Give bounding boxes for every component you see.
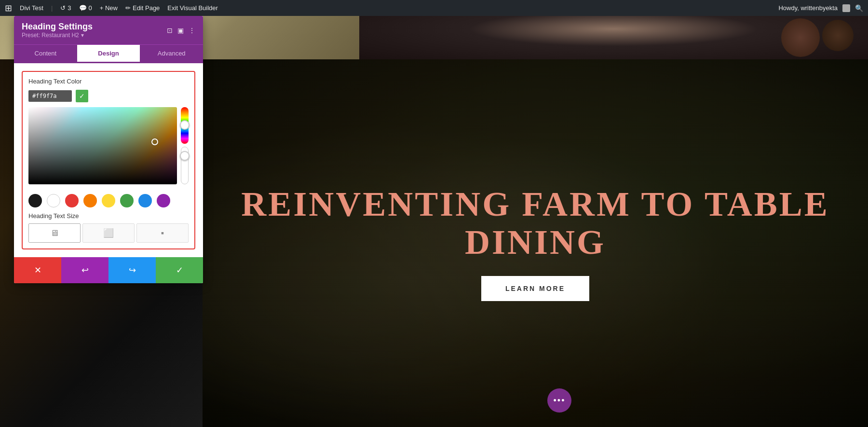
tab-advanced[interactable]: Advanced	[140, 45, 203, 63]
search-icon[interactable]: 🔍	[855, 4, 863, 12]
desktop-size-button[interactable]: 🖥	[28, 223, 81, 243]
edit-page-link[interactable]: ✏ Edit Page	[125, 4, 160, 12]
size-device-controls: 🖥 ⬜ ▪	[28, 223, 189, 243]
undo-button[interactable]: ↩	[61, 257, 108, 283]
comments-count: 0	[89, 4, 92, 12]
swatch-purple[interactable]	[157, 194, 170, 207]
preset-arrow-icon: ▾	[81, 32, 84, 39]
comments-link[interactable]: 💬 0	[79, 4, 92, 12]
site-name-link[interactable]: Divi Test	[20, 4, 43, 12]
learn-more-button[interactable]: LEARN MORE	[481, 276, 589, 301]
heading-settings-panel: Heading Settings Preset: Restaurant H2 ▾…	[14, 16, 203, 283]
color-section-title: Heading Text Color	[28, 78, 189, 85]
panel-header: Heading Settings Preset: Restaurant H2 ▾…	[14, 16, 203, 44]
swatch-green[interactable]	[120, 194, 134, 207]
hex-color-input[interactable]	[28, 90, 72, 102]
swatch-yellow[interactable]	[102, 194, 115, 207]
revisions-count: 3	[68, 4, 71, 12]
color-picker-section: Heading Text Color ✓	[22, 71, 195, 249]
save-button[interactable]: ✓	[156, 257, 203, 283]
text-size-section: Heading Text Size 🖥 ⬜ ▪	[28, 212, 189, 243]
color-swatches	[28, 194, 189, 207]
desktop-icon: 🖥	[50, 228, 59, 238]
mobile-icon: ▪	[161, 228, 164, 238]
exit-builder-link[interactable]: Exit Visual Builder	[167, 4, 218, 12]
panel-title: Heading Settings	[22, 22, 93, 32]
cancel-button[interactable]: ✕	[14, 257, 61, 283]
alpha-slider[interactable]	[181, 147, 189, 184]
tablet-icon: ⬜	[103, 228, 114, 238]
edit-page-label: Edit Page	[133, 4, 160, 12]
cancel-icon: ✕	[34, 265, 41, 275]
panel-body: Heading Text Color ✓	[14, 63, 203, 257]
redo-button[interactable]: ↪	[108, 257, 156, 283]
alpha-slider-thumb[interactable]	[180, 151, 190, 161]
save-icon: ✓	[176, 265, 183, 275]
panel-preset[interactable]: Preset: Restaurant H2 ▾	[22, 32, 93, 39]
redo-icon: ↪	[129, 265, 136, 275]
wp-logo-icon[interactable]: ⊞	[5, 3, 12, 14]
floating-dots-button[interactable]: •••	[547, 388, 571, 413]
tab-design[interactable]: Design	[77, 45, 140, 63]
layout-icon[interactable]: ▣	[177, 27, 184, 34]
swatch-red[interactable]	[65, 194, 79, 207]
swatch-blue[interactable]	[138, 194, 152, 207]
revisions-link[interactable]: ↺ 3	[60, 4, 71, 12]
swatch-orange[interactable]	[83, 194, 97, 207]
howdy-text: Howdy, writtenbyekta	[778, 4, 838, 12]
tab-content[interactable]: Content	[14, 45, 77, 63]
panel-header-icons: ⊡ ▣ ⋮	[167, 27, 195, 34]
action-bar: ✕ ↩ ↪ ✓	[14, 257, 203, 283]
hue-slider-thumb[interactable]	[180, 120, 190, 130]
hex-confirm-button[interactable]: ✓	[76, 90, 88, 102]
top-image-right	[359, 16, 868, 59]
swatch-white[interactable]	[47, 194, 60, 207]
mobile-size-button[interactable]: ▪	[136, 223, 189, 243]
tablet-size-button[interactable]: ⬜	[82, 223, 135, 243]
revisions-icon: ↺	[60, 4, 66, 12]
minimize-icon[interactable]: ⊡	[167, 27, 173, 34]
color-picker-thumb[interactable]	[151, 138, 158, 145]
panel-tabs: Content Design Advanced	[14, 44, 203, 63]
new-link[interactable]: + New	[100, 4, 118, 12]
hero-button-wrap: LEARN MORE	[481, 276, 589, 301]
hero-heading: REINVENTING FARM TO TABLE DINING	[203, 185, 868, 262]
edit-icon: ✏	[125, 4, 131, 12]
hex-input-row: ✓	[28, 90, 189, 102]
user-avatar	[842, 4, 850, 12]
admin-bar-right: Howdy, writtenbyekta 🔍	[778, 4, 863, 12]
more-options-icon[interactable]: ⋮	[189, 27, 195, 34]
hero-section: REINVENTING FARM TO TABLE DINING LEARN M…	[203, 59, 868, 427]
separator: |	[51, 4, 53, 12]
main-content: REINVENTING FARM TO TABLE DINING LEARN M…	[0, 16, 868, 427]
comments-icon: 💬	[79, 4, 87, 12]
hue-slider[interactable]	[181, 107, 189, 144]
undo-icon: ↩	[81, 265, 89, 275]
panel-title-wrap: Heading Settings Preset: Restaurant H2 ▾	[22, 22, 93, 39]
color-gradient-picker[interactable]	[28, 107, 177, 184]
text-size-title: Heading Text Size	[28, 212, 189, 220]
preset-text: Preset: Restaurant H2	[22, 32, 79, 39]
admin-bar: ⊞ Divi Test | ↺ 3 💬 0 + New ✏ Edit Page …	[0, 0, 868, 16]
swatch-black[interactable]	[28, 194, 42, 207]
